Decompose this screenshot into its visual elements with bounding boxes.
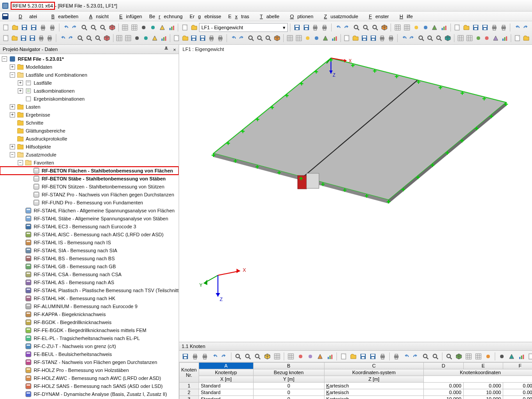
- toolbar-button[interactable]: [98, 23, 107, 32]
- table-tool-button[interactable]: [474, 352, 483, 361]
- nodes-table[interactable]: Knoten Nr.ABCDEFKnotentypBezug knotenKoo…: [179, 362, 532, 399]
- toolbar-button[interactable]: [311, 23, 320, 32]
- toolbar-button[interactable]: [39, 23, 47, 32]
- toolbar-button[interactable]: [302, 23, 310, 32]
- toolbar-button[interactable]: [94, 34, 102, 43]
- table-tool-button[interactable]: [527, 352, 532, 361]
- toolbar-button[interactable]: [440, 23, 448, 32]
- toolbar-button[interactable]: [216, 34, 224, 43]
- table-tool-button[interactable]: [339, 352, 348, 361]
- toolbar-button[interactable]: [426, 34, 434, 43]
- toolbar-button[interactable]: [20, 23, 29, 32]
- tree-item-lastfaelle-child[interactable]: +Lastfälle: [0, 79, 179, 87]
- toolbar-button[interactable]: [207, 34, 215, 43]
- col-letter-a[interactable]: A: [199, 363, 253, 369]
- toolbar-button[interactable]: [121, 23, 129, 32]
- table-tool-button[interactable]: [316, 352, 325, 361]
- tree-item-module[interactable]: RF-STAHL BS - Bemessung nach BS: [0, 254, 179, 262]
- model-viewport[interactable]: LF1 : Eigengewicht: [179, 45, 532, 342]
- col-letter-b[interactable]: B: [253, 363, 324, 369]
- table-row[interactable]: 1Standard0Kartesisch0.0000.0000.000: [179, 383, 532, 389]
- toolbar-button[interactable]: [180, 23, 189, 32]
- toolbar-button[interactable]: [334, 23, 342, 32]
- table-scroll[interactable]: Knoten Nr.ABCDEFKnotentypBezug knotenKoo…: [179, 362, 532, 399]
- toolbar-button[interactable]: [362, 23, 370, 32]
- table-tool-button[interactable]: [507, 352, 516, 361]
- toolbar-button[interactable]: [133, 34, 141, 43]
- col-rownum[interactable]: Knoten Nr.: [179, 363, 199, 383]
- toolbar-button[interactable]: [371, 23, 379, 32]
- tree-item-module[interactable]: RF-STAHL IS - Bemessung nach IS: [0, 239, 179, 246]
- toolbar-button[interactable]: [313, 34, 321, 43]
- menu-ergebnisse[interactable]: Ergebnisse: [186, 13, 225, 20]
- menu-einfuegen[interactable]: Einfügen: [112, 13, 145, 20]
- table-tool-button[interactable]: [253, 352, 262, 361]
- table-tool-button[interactable]: [325, 352, 334, 361]
- table-tool-button[interactable]: [243, 352, 252, 361]
- toolbar-button[interactable]: [360, 34, 368, 43]
- toolbar-button[interactable]: [499, 23, 508, 32]
- toolbar-button[interactable]: [103, 34, 111, 43]
- table-tool-button[interactable]: [181, 352, 190, 361]
- tree-item-module[interactable]: RF-STAHL GB - Bemessung nach GB: [0, 262, 179, 270]
- table-tool-button[interactable]: [286, 352, 295, 361]
- tree-root[interactable]: −RFEM File - 5.23.01*: [0, 55, 179, 63]
- col-letter-d[interactable]: D: [424, 363, 464, 369]
- tree-item-module[interactable]: RF-STANZ - Nachweis von Flächen gegen Du…: [0, 358, 179, 366]
- toolbar-button[interactable]: [387, 34, 395, 43]
- tree-item-module[interactable]: RF-STAHL Flächen - Allgemeine Spannungsa…: [0, 207, 179, 215]
- toolbar-button[interactable]: [76, 34, 84, 43]
- table-tool-button[interactable]: [210, 352, 219, 361]
- table-cell[interactable]: Standard: [199, 389, 253, 396]
- tree-item-module[interactable]: RF-STAHL EC3 - Bemessung nach Eurocode 3: [0, 223, 179, 231]
- toolbar-button[interactable]: [453, 23, 462, 32]
- toolbar-button[interactable]: [400, 34, 408, 43]
- toolbar-button[interactable]: [238, 34, 246, 43]
- tree-item-module[interactable]: RF-EL-PL - Tragsicherheitsnachweis nach …: [0, 334, 179, 342]
- toolbar-button[interactable]: [462, 23, 471, 32]
- table-cell[interactable]: 0: [253, 383, 324, 389]
- tree-item[interactable]: +Hilfsobjekte: [0, 143, 179, 151]
- menu-hilfe[interactable]: Hilfe: [392, 13, 416, 20]
- table-row[interactable]: 3Standard0Kartesisch10.00010.0000.000: [179, 396, 532, 399]
- toolbar-button[interactable]: [124, 34, 132, 43]
- table-tool-button[interactable]: [306, 352, 315, 361]
- table-cell[interactable]: 0.000: [424, 383, 464, 389]
- toolbar-button[interactable]: [158, 23, 167, 32]
- toolbar-button[interactable]: [474, 34, 482, 43]
- toolbar-button[interactable]: [430, 23, 439, 32]
- tree-item-zusatzmodule[interactable]: −Zusatzmodule: [0, 151, 179, 159]
- menu-tabelle[interactable]: Tabelle: [253, 13, 283, 20]
- table-tool-button[interactable]: [402, 352, 411, 361]
- toolbar-button[interactable]: [85, 34, 93, 43]
- tree-item-module[interactable]: RF-HOLZ AWC - Bemessung nach AWC (LRFD o…: [0, 374, 179, 382]
- col-letter-c[interactable]: C: [324, 363, 423, 369]
- toolbar-button[interactable]: [48, 23, 57, 32]
- toolbar-button[interactable]: [412, 23, 420, 32]
- table-cell[interactable]: 10.000: [463, 396, 503, 399]
- toolbar-button[interactable]: [190, 23, 198, 32]
- row-number[interactable]: 1: [179, 383, 199, 389]
- toolbar-button[interactable]: [229, 34, 237, 43]
- tree-item-lastfaelle[interactable]: −Lastfälle und Kombinationen: [0, 71, 179, 79]
- col-z[interactable]: Z [m]: [324, 376, 423, 383]
- toolbar-button[interactable]: [483, 34, 491, 43]
- toolbar-button[interactable]: [352, 34, 360, 43]
- toolbar-button[interactable]: [352, 23, 361, 32]
- tree-item-module[interactable]: RF-DYNAM - Dynamische Analyse (Basis, Zu…: [0, 390, 179, 398]
- toolbar-button[interactable]: [160, 34, 168, 43]
- toolbar-button[interactable]: [149, 23, 157, 32]
- toolbar-button[interactable]: [20, 34, 27, 43]
- table-cell[interactable]: Kartesisch: [324, 383, 423, 389]
- toolbar-button[interactable]: [492, 34, 500, 43]
- toolbar-button[interactable]: [393, 23, 402, 32]
- toolbar-button[interactable]: [435, 34, 443, 43]
- toolbar-button[interactable]: [286, 34, 294, 43]
- toolbar-button[interactable]: [330, 34, 338, 43]
- table-tool-button[interactable]: [392, 352, 401, 361]
- toolbar-button[interactable]: [513, 34, 521, 43]
- tree-item[interactable]: +Ergebnisse: [0, 111, 179, 119]
- tree-item-module[interactable]: RF-C-ZU-T - Nachweis von grenz (c/t): [0, 342, 179, 350]
- navigator-tree[interactable]: −RFEM File - 5.23.01*+Modelldaten−Lastfä…: [0, 54, 179, 399]
- table-tool-button[interactable]: [349, 352, 358, 361]
